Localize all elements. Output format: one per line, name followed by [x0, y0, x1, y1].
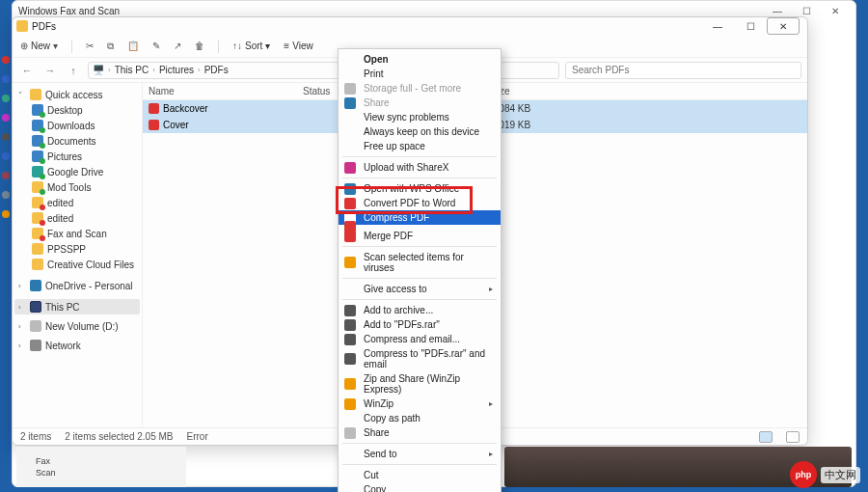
ctx-sharex[interactable]: Upload with ShareX [339, 160, 501, 175]
ctx-merge-pdf[interactable]: Merge PDF [339, 229, 501, 243]
ctx-add-archive[interactable]: Add to archive... [339, 303, 501, 317]
nav-desktop[interactable]: Desktop [14, 102, 140, 118]
search-input[interactable] [565, 62, 801, 79]
documents-icon [32, 135, 43, 147]
nav-onedrive[interactable]: ›OneDrive - Personal [14, 278, 140, 293]
ctx-share[interactable]: Share [339, 96, 501, 110]
desktop-edge-icons [0, 50, 12, 397]
new-button[interactable]: ⊕New▾ [20, 41, 58, 51]
archive-icon [344, 334, 356, 345]
ctx-open[interactable]: Open [339, 52, 501, 67]
pdf-icon [149, 103, 159, 114]
nav-edited[interactable]: edited [14, 195, 140, 210]
ctx-share2[interactable]: Share [339, 425, 501, 440]
rename-icon[interactable]: ✎ [152, 41, 160, 51]
background-left-panel: Fax Scan [16, 447, 186, 487]
nav-fax-and-scan[interactable]: Fax and Scan [14, 226, 140, 241]
forward-button[interactable]: → [41, 65, 59, 76]
folder-icon [32, 228, 43, 239]
details-view-button[interactable] [759, 431, 773, 443]
back-button[interactable]: ← [18, 65, 36, 76]
nav-mod-tools[interactable]: Mod Tools [14, 179, 140, 195]
ctx-always-keep[interactable]: Always keep on this device [339, 124, 501, 139]
bg-max-button[interactable]: ☐ [792, 6, 821, 16]
sort-button[interactable]: ↑↓ Sort ▾ [232, 41, 270, 51]
ctx-copy[interactable]: Copy [339, 482, 501, 492]
folder-window-icon [16, 20, 28, 32]
cut-icon[interactable]: ✂ [86, 41, 94, 51]
nav-network[interactable]: ›Network [14, 338, 140, 353]
close-button[interactable]: ✕ [767, 17, 800, 35]
delete-icon[interactable]: 🗑 [195, 41, 204, 51]
share-icon [344, 97, 356, 109]
share-icon[interactable]: ↗ [174, 41, 181, 51]
nav-quick-access[interactable]: ˅Quick access [14, 87, 140, 102]
pictures-icon [32, 150, 43, 162]
downloads-icon [32, 120, 43, 131]
ctx-send-to[interactable]: Send to▸ [339, 447, 501, 461]
chevron-right-icon: ▸ [489, 285, 493, 293]
nav-ppsspp[interactable]: PPSSPP [14, 241, 140, 257]
folder-icon [32, 212, 43, 224]
desktop-icon [32, 104, 43, 116]
ctx-convert-word[interactable]: Convert PDF to Word [339, 196, 501, 210]
this-pc-icon [30, 301, 41, 313]
cloud-disabled-icon [344, 83, 356, 95]
ctx-print[interactable]: Print [339, 67, 501, 81]
ctx-storage-full[interactable]: Storage full - Get more [339, 81, 501, 96]
chevron-right-icon: ▸ [489, 450, 493, 458]
file-name: Backcover [163, 103, 208, 114]
paste-icon[interactable]: 📋 [127, 41, 139, 51]
col-size[interactable]: Size [491, 86, 801, 96]
ctx-compress-rar-email[interactable]: Compress to "PDFs.rar" and email [339, 346, 501, 371]
drive-icon [30, 320, 41, 332]
ctx-copy-path[interactable]: Copy as path [339, 411, 501, 425]
folder-icon [32, 197, 43, 208]
chevron-down-icon: ▾ [53, 41, 58, 51]
winzip-icon [344, 378, 356, 390]
thumbnails-view-button[interactable] [786, 431, 800, 443]
bg-close-button[interactable]: ✕ [821, 6, 850, 16]
nav-new-volume[interactable]: ›New Volume (D:) [14, 318, 140, 334]
context-menu: Open Print Storage full - Get more Share… [338, 48, 502, 492]
nav-creative-cloud[interactable]: Creative Cloud Files [14, 257, 140, 272]
ctx-compress-pdf[interactable]: Compress PDF [339, 210, 501, 225]
breadcrumb-segment[interactable]: PDFs [204, 65, 229, 75]
nav-pictures[interactable]: Pictures [14, 149, 140, 164]
ctx-add-rar[interactable]: Add to "PDFs.rar" [339, 317, 501, 332]
window-title: PDFs [32, 21, 56, 32]
ctx-give-access[interactable]: Give access to▸ [339, 282, 501, 296]
status-selection: 2 items selected 2.05 MB [65, 431, 173, 442]
ctx-view-sync[interactable]: View sync problems [339, 110, 501, 124]
nav-downloads[interactable]: Downloads [14, 118, 140, 133]
nav-documents[interactable]: Documents [14, 133, 140, 149]
maximize-button[interactable]: ☐ [734, 17, 767, 35]
ctx-free-up[interactable]: Free up space [339, 139, 501, 153]
ctx-winzip[interactable]: WinZip▸ [339, 396, 501, 411]
ctx-scan-virus[interactable]: Scan selected items for viruses [339, 250, 501, 275]
watermark: php 中文网 [790, 461, 860, 488]
nav-google-drive[interactable]: Google Drive [14, 164, 140, 179]
chevron-right-icon: › [108, 66, 111, 74]
view-button[interactable]: ≡ View [284, 41, 312, 51]
up-button[interactable]: ↑ [65, 65, 82, 76]
archive-icon [344, 353, 356, 365]
nav-this-pc[interactable]: ›This PC [14, 299, 140, 314]
minimize-button[interactable]: — [701, 17, 734, 35]
status-item-count: 2 items [20, 431, 51, 442]
copy-icon[interactable]: ⧉ [107, 41, 114, 52]
col-name[interactable]: Name [149, 86, 303, 96]
bg-min-button[interactable]: — [763, 6, 792, 16]
ctx-wps[interactable]: Open with WPS Office [339, 181, 501, 196]
file-name: Cover [163, 120, 189, 130]
breadcrumb-segment[interactable]: This PC [115, 65, 149, 75]
ctx-compress-email[interactable]: Compress and email... [339, 332, 501, 346]
nav-edited-2[interactable]: edited [14, 210, 140, 226]
ctx-cut[interactable]: Cut [339, 468, 501, 482]
breadcrumb-segment[interactable]: Pictures [159, 65, 194, 75]
winzip-icon [344, 398, 356, 410]
ctx-zip-share[interactable]: Zip and Share (WinZip Express) [339, 371, 501, 396]
share-icon [344, 427, 356, 439]
google-drive-icon [32, 166, 43, 178]
archive-icon [344, 319, 356, 331]
